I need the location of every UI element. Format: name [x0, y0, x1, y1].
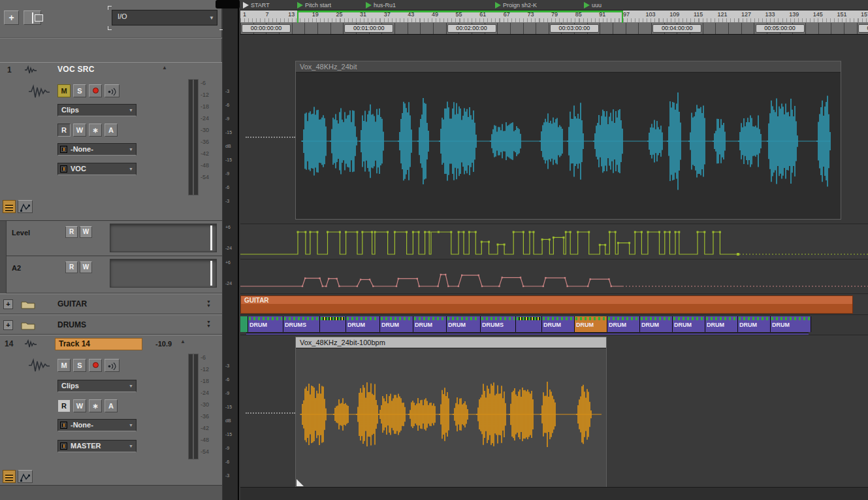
marker-label: uuu	[592, 2, 602, 8]
track-layers-button[interactable]	[3, 200, 16, 213]
timeline-marker[interactable]: hus-Ru1	[366, 2, 396, 8]
selection-start-post[interactable]	[297, 10, 298, 23]
marker-label: hus-Ru1	[374, 2, 396, 8]
output-dropdown[interactable]: MASTER ▼	[57, 440, 137, 452]
input-dropdown[interactable]: -None- ▼	[57, 143, 137, 156]
automation-lane-button[interactable]	[18, 200, 33, 213]
audio-clip-guitar[interactable]: GUITAR	[240, 295, 853, 314]
lane-value-slider[interactable]	[110, 259, 217, 288]
collapse-double-chevron-icon[interactable]: ▼▼	[206, 300, 211, 308]
automation-read-button[interactable]: R	[57, 399, 71, 412]
track-lane-track14[interactable]: Vox_48KHz_24bit-100bpm	[240, 335, 868, 487]
lane-write-button[interactable]: W	[80, 226, 92, 238]
drum-clip[interactable]: DRUMS	[283, 316, 320, 332]
gutter-lane-mark: +6	[225, 225, 231, 230]
drum-clip[interactable]: DRUM	[575, 316, 607, 332]
drum-clip[interactable]	[320, 316, 346, 332]
input-dropdown[interactable]: -None- ▼	[57, 419, 137, 431]
lane-read-button[interactable]: R	[65, 261, 78, 273]
slider-handle[interactable]	[210, 261, 212, 286]
automation-lane-level[interactable]: Level R W	[0, 221, 222, 256]
automation-lane-button[interactable]	[18, 470, 33, 483]
add-track-button[interactable]: +	[4, 10, 19, 25]
expand-track-button[interactable]: +	[3, 320, 13, 330]
waveform-vox	[296, 73, 841, 219]
drum-clip[interactable]: DRUM	[413, 316, 447, 332]
track-header-guitar[interactable]: + GUITAR ▼▼	[0, 293, 222, 314]
track-header-voc-src[interactable]: 1 VOC SRC ▲ M S Clips ▼ R	[0, 62, 222, 221]
measure-ruler[interactable]: 1713192531374349556167737985919710310911…	[240, 10, 868, 23]
track-layers-button[interactable]	[3, 470, 16, 483]
drum-clip[interactable]: DRUM	[346, 316, 380, 332]
expand-track-button[interactable]: +	[3, 299, 13, 309]
automation-fx-button[interactable]: ∗	[89, 124, 102, 137]
slider-handle[interactable]	[210, 225, 212, 250]
drum-clip[interactable]: DRUM	[380, 316, 413, 332]
clips-dropdown-value: Clips	[61, 106, 79, 114]
output-dropdown[interactable]: VOC ▼	[57, 163, 137, 175]
drum-clip[interactable]	[240, 316, 248, 332]
collapse-double-chevron-icon[interactable]: ▼▼	[206, 320, 211, 328]
midi-notes-preview	[641, 317, 671, 320]
drum-clip[interactable]: DRUM	[640, 316, 673, 332]
drum-clip[interactable]: DRUM	[607, 316, 640, 332]
clip-header[interactable]: Vox_48KHz_24bit-100bpm	[296, 337, 606, 348]
track-lane-voc-src[interactable]: Vox_48KHz_24bit	[240, 35, 868, 224]
level-envelope[interactable]	[240, 224, 868, 259]
drum-clip[interactable]: DRUM	[705, 316, 738, 332]
drum-clip[interactable]: DRUM	[738, 316, 771, 332]
solo-button[interactable]: S	[73, 84, 86, 97]
duplicate-track-button[interactable]	[24, 10, 41, 25]
input-echo-button[interactable]	[104, 359, 120, 372]
clips-dropdown[interactable]: Clips ▼	[57, 104, 137, 116]
timecode-label: 00:02:00:00	[447, 24, 496, 33]
clips-dropdown[interactable]: Clips ▼	[57, 380, 137, 392]
collapse-strip-icon[interactable]: ▲	[162, 65, 167, 71]
lane-write-button[interactable]: W	[80, 261, 92, 273]
drum-clip[interactable]: DRUM	[447, 316, 481, 332]
drum-clip[interactable]: DRUM	[542, 316, 575, 332]
io-dropdown[interactable]: I/O ▼	[112, 10, 217, 25]
track-name-selected[interactable]: Track 14	[55, 338, 142, 350]
audio-clip-vox[interactable]: Vox_48KHz_24bit	[295, 61, 841, 220]
automation-fx-button[interactable]: ∗	[89, 399, 102, 412]
automation-a-button[interactable]: A	[104, 399, 118, 412]
drum-clip[interactable]: DRUMS	[481, 316, 516, 332]
mute-button[interactable]: M	[57, 84, 71, 97]
automation-write-button[interactable]: W	[73, 399, 86, 412]
mute-button[interactable]: M	[57, 359, 71, 372]
now-time-marker[interactable]	[216, 0, 240, 8]
automation-lane-a2-display[interactable]	[240, 259, 868, 293]
drum-clip[interactable]: DRUM	[771, 316, 811, 332]
timeline-marker[interactable]: Proign sh2-K	[495, 2, 537, 8]
track-header-track14[interactable]: 14 Track 14 -10.9 ▲ M S Clips ▼	[0, 335, 222, 486]
track-header-drums[interactable]: + DRUMS ▼▼	[0, 314, 222, 335]
lane-read-button[interactable]: R	[65, 226, 78, 238]
marker-ruler[interactable]: STARTPitch starthus-Ru1Proign sh2-Kuuu	[240, 0, 868, 10]
automation-lane-a2[interactable]: A2 R W	[0, 256, 222, 293]
collapse-strip-icon[interactable]: ▲	[180, 339, 185, 344]
automation-a-button[interactable]: A	[104, 124, 118, 137]
automation-write-button[interactable]: W	[73, 124, 86, 137]
drum-clip[interactable]	[516, 316, 542, 332]
automation-lane-level-display[interactable]	[240, 224, 868, 259]
drum-clip[interactable]: DRUM	[248, 316, 283, 332]
a2-envelope[interactable]	[240, 259, 868, 294]
lane-value-slider[interactable]	[110, 224, 217, 252]
record-arm-button[interactable]	[89, 359, 102, 372]
timeline-marker[interactable]: uuu	[584, 2, 602, 8]
drum-clip[interactable]: DRUM	[673, 316, 705, 332]
track-lane-drums[interactable]: DRUMDRUMSDRUMDRUMDRUMDRUMDRUMSDRUMDRUMDR…	[240, 314, 868, 335]
timecode-ruler[interactable]: 00:00:00:0000:01:00:0000:02:00:0000:03:0…	[240, 23, 868, 35]
timeline-marker[interactable]: Pitch start	[297, 2, 331, 8]
solo-button[interactable]: S	[73, 359, 86, 372]
timeline-marker[interactable]: START	[243, 2, 270, 8]
fade-handle[interactable]	[297, 479, 304, 486]
record-arm-button[interactable]	[89, 84, 102, 97]
track-lane-guitar[interactable]: GUITAR	[240, 293, 868, 314]
input-echo-button[interactable]	[104, 84, 120, 97]
audio-clip-vox-100bpm[interactable]: Vox_48KHz_24bit-100bpm	[295, 337, 607, 488]
gutter-scale-label: -3	[225, 473, 229, 478]
automation-read-button[interactable]: R	[57, 124, 71, 137]
clip-header[interactable]: Vox_48KHz_24bit	[296, 61, 841, 73]
